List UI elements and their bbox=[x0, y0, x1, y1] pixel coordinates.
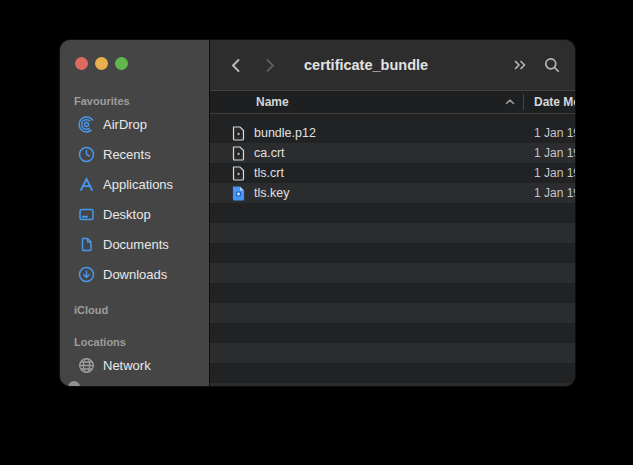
sidebar-section-locations: Locations bbox=[74, 336, 209, 349]
minimize-button[interactable] bbox=[95, 57, 108, 70]
zoom-button[interactable] bbox=[115, 57, 128, 70]
close-button[interactable] bbox=[75, 57, 88, 70]
content-pane: certificate_bundle Name Date Mo bbox=[210, 40, 575, 386]
column-header-name[interactable]: Name bbox=[256, 95, 289, 109]
file-name: bundle.p12 bbox=[254, 126, 524, 140]
certificate-file-icon bbox=[232, 166, 245, 181]
sidebar-item-network[interactable]: Network bbox=[60, 351, 209, 379]
file-name: tls.crt bbox=[254, 166, 524, 180]
key-file-icon bbox=[232, 186, 245, 201]
file-date-modified: 1 Jan 19 bbox=[524, 126, 575, 140]
finder-window: Favourites AirDrop Recents bbox=[60, 40, 575, 386]
file-date-modified: 1 Jan 19 bbox=[524, 146, 575, 160]
sidebar-item-label: Recents bbox=[103, 147, 151, 162]
sidebar-item-recents[interactable]: Recents bbox=[60, 140, 209, 168]
file-name: ca.crt bbox=[254, 146, 524, 160]
airdrop-icon bbox=[78, 116, 95, 133]
certificate-file-icon bbox=[232, 126, 245, 141]
table-row[interactable]: tls.crt 1 Jan 19 bbox=[210, 163, 575, 183]
file-date-modified: 1 Jan 19 bbox=[524, 166, 575, 180]
file-name: tls.key bbox=[254, 186, 524, 200]
window-controls bbox=[60, 40, 209, 70]
sidebar-section-icloud: iCloud bbox=[74, 304, 209, 317]
table-row[interactable]: ca.crt 1 Jan 19 bbox=[210, 143, 575, 163]
document-icon bbox=[78, 236, 95, 253]
clipped-sidebar-icon bbox=[68, 381, 80, 386]
desktop-icon bbox=[78, 206, 95, 223]
window-title: certificate_bundle bbox=[304, 57, 428, 73]
sort-ascending-icon bbox=[504, 96, 516, 108]
column-header-date-modified[interactable]: Date Mo bbox=[524, 95, 575, 109]
sidebar-item-label: AirDrop bbox=[103, 117, 147, 132]
download-circle-icon bbox=[78, 266, 95, 283]
sidebar-item-documents[interactable]: Documents bbox=[60, 230, 209, 258]
search-button[interactable] bbox=[543, 56, 561, 74]
list-column-header: Name Date Mo bbox=[210, 90, 575, 114]
sidebar-item-label: Downloads bbox=[103, 267, 167, 282]
toolbar: certificate_bundle bbox=[210, 40, 575, 90]
certificate-file-icon bbox=[232, 146, 245, 161]
forward-button[interactable] bbox=[261, 57, 278, 74]
sidebar-item-label: Network bbox=[103, 358, 151, 373]
globe-icon bbox=[78, 357, 95, 374]
sidebar-item-downloads[interactable]: Downloads bbox=[60, 260, 209, 288]
table-row[interactable]: tls.key 1 Jan 19 bbox=[210, 183, 575, 203]
file-list: bundle.p12 1 Jan 19 ca.crt 1 Jan 19 bbox=[210, 114, 575, 386]
sidebar-item-label: Documents bbox=[103, 237, 169, 252]
app-store-a-icon bbox=[78, 176, 95, 193]
more-toolbar-items-button[interactable] bbox=[511, 56, 529, 74]
file-date-modified: 1 Jan 19 bbox=[524, 186, 575, 200]
sidebar: Favourites AirDrop Recents bbox=[60, 40, 210, 386]
table-row[interactable]: bundle.p12 1 Jan 19 bbox=[210, 123, 575, 143]
sidebar-item-label: Applications bbox=[103, 177, 173, 192]
sidebar-item-desktop[interactable]: Desktop bbox=[60, 200, 209, 228]
clock-icon bbox=[78, 146, 95, 163]
back-button[interactable] bbox=[228, 57, 245, 74]
sidebar-item-applications[interactable]: Applications bbox=[60, 170, 209, 198]
sidebar-item-label: Desktop bbox=[103, 207, 151, 222]
sidebar-section-favourites: Favourites bbox=[74, 95, 209, 108]
sidebar-item-airdrop[interactable]: AirDrop bbox=[60, 110, 209, 138]
